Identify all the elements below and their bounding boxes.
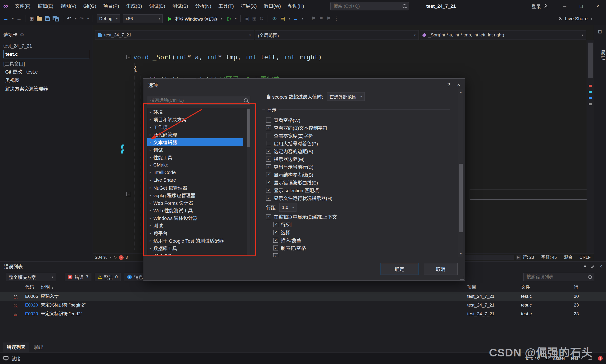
start-without-debugging-icon[interactable]: ▷	[228, 16, 232, 21]
checkbox[interactable]: ✓	[266, 149, 271, 154]
options-scrollbar[interactable]: ▲ ▼	[458, 89, 463, 257]
tree-item[interactable]: ▸Windows 窗体设计器	[147, 214, 243, 222]
menu-item[interactable]: 工具(T)	[215, 0, 237, 12]
menu-item[interactable]: 文件(F)	[11, 0, 34, 12]
error-row[interactable]: abE0065应输入";"test_24_7_21test.c20	[0, 292, 606, 301]
checkbox[interactable]: ✓	[266, 195, 271, 201]
menu-item[interactable]: 测试(S)	[169, 0, 192, 12]
solution-configuration-dropdown[interactable]: Debug▾	[96, 14, 120, 23]
previous-bookmark-icon[interactable]: ⚑	[319, 16, 323, 21]
error-list-search-input[interactable]	[526, 274, 581, 280]
menu-item[interactable]: 项目(P)	[100, 0, 123, 12]
fold-collapse-icon[interactable]: −	[126, 192, 131, 196]
tree-item[interactable]: ▸项目和解决方案	[147, 116, 243, 123]
checkbox-row[interactable]: 查看零宽度(Z)字符	[266, 132, 450, 140]
new-project-icon[interactable]: ⊞	[30, 16, 34, 21]
tree-item[interactable]: ▸性能工具	[147, 154, 243, 161]
checkbox-row[interactable]: ✓制表符/空格	[273, 244, 450, 252]
caret-down-icon[interactable]: ▾	[302, 17, 303, 20]
scrollbar-thumb[interactable]	[247, 109, 250, 147]
start-debugging-button[interactable]: ▶ 本地 Windows 调试器 ▾	[165, 14, 224, 23]
scroll-down-icon[interactable]: ▼	[458, 251, 463, 256]
scrollbar-thumb[interactable]	[588, 43, 593, 78]
menu-item[interactable]: 生成(B)	[123, 0, 146, 12]
zoom-caret-icon[interactable]: ▾	[110, 254, 111, 261]
autohide-tab-properties[interactable]: 属性	[594, 50, 606, 61]
tree-item[interactable]: ▸源代码管理	[147, 131, 243, 138]
menu-item[interactable]: 扩展(X)	[237, 0, 260, 12]
checkbox[interactable]: ✓	[273, 238, 278, 243]
column-header-line[interactable]: 行	[574, 283, 578, 292]
menu-item[interactable]: 窗口(W)	[260, 0, 284, 12]
quick-search-input[interactable]	[333, 3, 398, 9]
cancel-button[interactable]: 取消	[424, 263, 457, 275]
error-row[interactable]: abE0020未定义标识符 "end2"test_24_7_21test.c23	[0, 309, 606, 318]
next-bookmark-icon[interactable]: ⚑	[326, 16, 331, 21]
tree-item[interactable]: ▸文本编辑器	[147, 138, 243, 146]
bookmark-icon[interactable]: ⚑	[311, 16, 316, 21]
line-ending-indicator[interactable]: CRLF	[579, 254, 591, 261]
checkbox[interactable]: ✓	[266, 125, 271, 130]
errors-filter-button[interactable]: × 错误3	[65, 273, 91, 281]
document-outline-icon[interactable]: ▤	[280, 16, 285, 21]
column-header-code[interactable]: 代码	[25, 283, 34, 292]
save-all-icon[interactable]	[53, 16, 59, 22]
warnings-filter-button[interactable]: ⚠ 警告0	[95, 273, 121, 281]
checkbox[interactable]: ✓	[266, 164, 271, 169]
scroll-right-icon[interactable]: ▶	[516, 255, 521, 260]
checkbox[interactable]: ✓	[266, 156, 271, 162]
checkbox[interactable]	[266, 133, 271, 138]
back-caret-icon[interactable]: ▾	[12, 17, 14, 20]
checkbox-row[interactable]: ✓插入/覆盖	[273, 236, 450, 244]
options-search-box[interactable]	[147, 96, 250, 104]
options-search-input[interactable]	[150, 97, 238, 103]
tree-item[interactable]: ▸跨平台	[147, 229, 243, 237]
navbar-document-dropdown[interactable]: test_24_7_21 ▾	[95, 30, 254, 40]
pin-icon[interactable]	[591, 264, 595, 268]
checkbox[interactable]: ✓	[266, 172, 271, 177]
scopes-dropdown[interactable]: 首选外部范围▾	[327, 92, 365, 101]
navbar-symbol-dropdown[interactable]: _Sort(int * a, int * tmp, int left, int …	[420, 30, 586, 40]
fold-collapse-icon[interactable]: −	[126, 55, 131, 59]
menu-item[interactable]: Git(G)	[80, 0, 100, 12]
tree-item[interactable]: ▸vcpkg 程序包管理器	[147, 191, 243, 199]
checkbox[interactable]: ✓	[266, 188, 271, 193]
navigate-back-icon[interactable]: ←	[3, 16, 9, 21]
tree-item[interactable]: ▸Web 性能测试工具	[147, 207, 243, 214]
checkbox-row[interactable]: ✓行/列	[273, 221, 450, 228]
tree-item[interactable]: ▸IntelliCode	[147, 169, 243, 176]
checkbox-row[interactable]: ✓突出显示当前行(C)	[266, 163, 450, 171]
checkbox[interactable]: ✓	[266, 214, 271, 219]
dialog-close-icon[interactable]: ×	[457, 82, 460, 88]
checkbox[interactable]: ✓	[273, 230, 278, 235]
sign-in-button[interactable]: 登录	[531, 0, 548, 12]
save-icon[interactable]	[45, 16, 50, 21]
minimize-button[interactable]: ─	[556, 0, 573, 12]
tree-item[interactable]: ▸工作项	[147, 123, 243, 131]
zoom-level-dropdown[interactable]: 204 %	[95, 254, 107, 261]
menu-item[interactable]: 调试(D)	[146, 0, 169, 12]
tree-item[interactable]: ▸环境	[147, 108, 243, 116]
attach-process-icon[interactable]: ▣	[244, 16, 249, 21]
checkbox[interactable]: ✓	[273, 246, 278, 250]
switcher-item[interactable]: Git 更改 - test.c	[3, 68, 89, 76]
checkbox-row[interactable]: ✓选择	[273, 228, 450, 236]
caret-down-icon[interactable]: ▾	[289, 17, 290, 20]
close-button[interactable]: ×	[589, 0, 606, 12]
error-list-search-box[interactable]	[523, 273, 594, 281]
cursor-column-indicator[interactable]: 字符: 45	[541, 254, 557, 261]
tree-item[interactable]: ▸数据库工具	[147, 244, 243, 252]
tree-item[interactable]: ▸调试	[147, 146, 243, 154]
checkbox[interactable]	[266, 141, 271, 146]
checkbox-row[interactable]: ✓指示器边距(M)	[266, 155, 450, 163]
error-scope-dropdown[interactable]: 整个解决方案▾	[6, 273, 56, 281]
tree-item[interactable]: ▸NuGet 包管理器	[147, 184, 243, 191]
tree-scrollbar[interactable]	[247, 108, 250, 255]
panel-close-icon[interactable]: ×	[599, 264, 602, 269]
checkbox-row[interactable]: ✓显示错误波形曲线(E)	[266, 179, 450, 186]
error-row[interactable]: abE0020未定义标识符 "begin2"test_24_7_21test.c…	[0, 301, 606, 309]
open-folder-icon[interactable]	[37, 17, 42, 21]
solution-platform-dropdown[interactable]: x86▾	[123, 14, 163, 23]
tree-item[interactable]: ▸Live Share	[147, 176, 243, 184]
checkbox-row[interactable]: 启用大括号对着色(P)	[266, 140, 450, 147]
